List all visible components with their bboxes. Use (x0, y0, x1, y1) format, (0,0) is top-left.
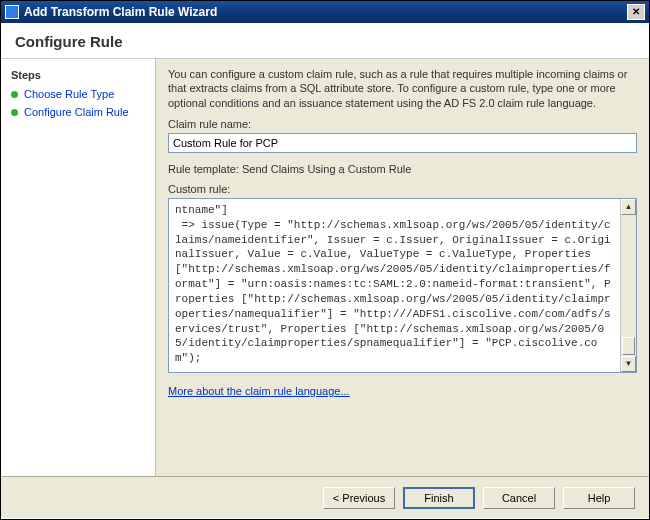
close-icon[interactable]: ✕ (627, 4, 645, 20)
step-configure-claim-rule[interactable]: Configure Claim Rule (1, 103, 155, 121)
step-bullet-icon (11, 91, 18, 98)
more-about-link[interactable]: More about the claim rule language... (168, 385, 350, 397)
page-title: Configure Rule (15, 33, 635, 50)
custom-rule-box: ntname"] => issue(Type = "http://schemas… (168, 198, 637, 373)
intro-text: You can configure a custom claim rule, s… (168, 67, 637, 110)
window-title: Add Transform Claim Rule Wizard (24, 5, 217, 19)
title-bar: Add Transform Claim Rule Wizard ✕ (1, 1, 649, 23)
content-pane: You can configure a custom claim rule, s… (156, 59, 649, 476)
claim-rule-name-input[interactable] (168, 133, 637, 153)
custom-rule-label: Custom rule: (168, 183, 637, 195)
scroll-thumb[interactable] (622, 337, 635, 355)
cancel-button[interactable]: Cancel (483, 487, 555, 509)
previous-button[interactable]: < Previous (323, 487, 395, 509)
claim-rule-name-label: Claim rule name: (168, 118, 637, 130)
scroll-up-icon[interactable]: ▲ (621, 199, 636, 215)
finish-button[interactable]: Finish (403, 487, 475, 509)
step-bullet-icon (11, 109, 18, 116)
wizard-header: Configure Rule (1, 23, 649, 59)
wizard-footer: < Previous Finish Cancel Help (1, 476, 649, 518)
step-choose-rule-type[interactable]: Choose Rule Type (1, 85, 155, 103)
scroll-down-icon[interactable]: ▼ (621, 356, 636, 372)
app-icon (5, 5, 19, 19)
steps-heading: Steps (1, 65, 155, 85)
scrollbar[interactable]: ▲ ▼ (620, 199, 636, 372)
help-button[interactable]: Help (563, 487, 635, 509)
step-label: Configure Claim Rule (24, 106, 129, 118)
step-label: Choose Rule Type (24, 88, 114, 100)
custom-rule-textarea[interactable]: ntname"] => issue(Type = "http://schemas… (169, 199, 620, 372)
steps-sidebar: Steps Choose Rule Type Configure Claim R… (1, 59, 156, 476)
rule-template-text: Rule template: Send Claims Using a Custo… (168, 163, 637, 175)
